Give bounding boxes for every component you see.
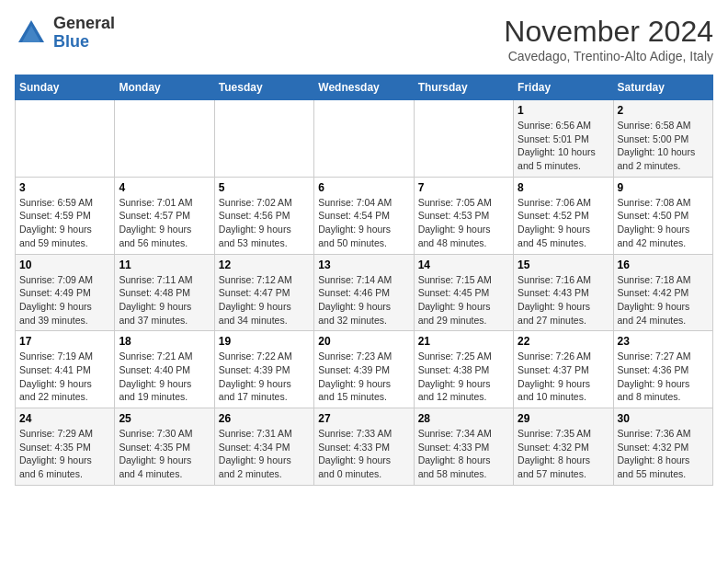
- day-info: Sunrise: 6:59 AM Sunset: 4:59 PM Dayligh…: [19, 196, 110, 250]
- day-info: Sunrise: 7:35 AM Sunset: 4:32 PM Dayligh…: [518, 427, 609, 481]
- day-info: Sunrise: 7:12 AM Sunset: 4:47 PM Dayligh…: [219, 273, 310, 327]
- day-info: Sunrise: 7:01 AM Sunset: 4:57 PM Dayligh…: [119, 196, 210, 250]
- calendar-cell: 29Sunrise: 7:35 AM Sunset: 4:32 PM Dayli…: [514, 408, 613, 486]
- calendar-cell: 28Sunrise: 7:34 AM Sunset: 4:33 PM Dayli…: [414, 408, 513, 486]
- day-info: Sunrise: 7:21 AM Sunset: 4:40 PM Dayligh…: [119, 350, 210, 404]
- calendar-cell: 24Sunrise: 7:29 AM Sunset: 4:35 PM Dayli…: [16, 408, 115, 486]
- calendar-cell: 10Sunrise: 7:09 AM Sunset: 4:49 PM Dayli…: [16, 254, 115, 331]
- day-info: Sunrise: 7:23 AM Sunset: 4:39 PM Dayligh…: [318, 350, 409, 404]
- calendar-week-row: 17Sunrise: 7:19 AM Sunset: 4:41 PM Dayli…: [16, 331, 713, 408]
- calendar-cell: 1Sunrise: 6:56 AM Sunset: 5:01 PM Daylig…: [514, 100, 613, 178]
- day-number: 15: [518, 259, 609, 271]
- col-header-sunday: Sunday: [16, 75, 115, 100]
- day-number: 3: [19, 181, 110, 194]
- calendar-cell: 23Sunrise: 7:27 AM Sunset: 4:36 PM Dayli…: [613, 331, 712, 408]
- col-header-saturday: Saturday: [613, 75, 712, 100]
- day-info: Sunrise: 6:56 AM Sunset: 5:01 PM Dayligh…: [518, 119, 609, 173]
- calendar-cell: 22Sunrise: 7:26 AM Sunset: 4:37 PM Dayli…: [514, 331, 613, 408]
- col-header-wednesday: Wednesday: [314, 75, 414, 100]
- calendar-cell: 26Sunrise: 7:31 AM Sunset: 4:34 PM Dayli…: [214, 408, 313, 486]
- day-number: 19: [219, 335, 310, 348]
- calendar-cell: 15Sunrise: 7:16 AM Sunset: 4:43 PM Dayli…: [514, 254, 613, 331]
- day-info: Sunrise: 7:18 AM Sunset: 4:42 PM Dayligh…: [618, 273, 709, 327]
- calendar-cell: 17Sunrise: 7:19 AM Sunset: 4:41 PM Dayli…: [16, 331, 115, 408]
- day-info: Sunrise: 7:11 AM Sunset: 4:48 PM Dayligh…: [119, 273, 210, 327]
- calendar-week-row: 1Sunrise: 6:56 AM Sunset: 5:01 PM Daylig…: [16, 100, 713, 178]
- day-info: Sunrise: 7:31 AM Sunset: 4:34 PM Dayligh…: [219, 427, 310, 481]
- day-info: Sunrise: 7:22 AM Sunset: 4:39 PM Dayligh…: [219, 350, 310, 404]
- day-info: Sunrise: 7:29 AM Sunset: 4:35 PM Dayligh…: [19, 427, 110, 481]
- logo: General Blue: [15, 15, 115, 52]
- day-number: 24: [19, 412, 110, 425]
- calendar-cell: 8Sunrise: 7:06 AM Sunset: 4:52 PM Daylig…: [514, 177, 613, 254]
- calendar-header-row: SundayMondayTuesdayWednesdayThursdayFrid…: [16, 75, 713, 100]
- day-number: 11: [119, 259, 210, 271]
- day-info: Sunrise: 7:16 AM Sunset: 4:43 PM Dayligh…: [518, 273, 609, 327]
- calendar-cell: 13Sunrise: 7:14 AM Sunset: 4:46 PM Dayli…: [314, 254, 414, 331]
- day-number: 18: [119, 335, 210, 348]
- day-number: 28: [418, 412, 509, 425]
- day-number: 13: [318, 259, 409, 271]
- logo-icon: [15, 17, 48, 50]
- day-number: 17: [19, 335, 110, 348]
- day-number: 6: [318, 181, 409, 194]
- day-number: 26: [219, 412, 310, 425]
- day-info: Sunrise: 7:15 AM Sunset: 4:45 PM Dayligh…: [418, 273, 509, 327]
- calendar-cell: 11Sunrise: 7:11 AM Sunset: 4:48 PM Dayli…: [115, 254, 214, 331]
- calendar-cell: 9Sunrise: 7:08 AM Sunset: 4:50 PM Daylig…: [613, 177, 712, 254]
- calendar-cell: [414, 100, 513, 178]
- day-number: 22: [518, 335, 609, 348]
- calendar-cell: [115, 100, 214, 178]
- day-number: 5: [219, 181, 310, 194]
- day-info: Sunrise: 7:33 AM Sunset: 4:33 PM Dayligh…: [318, 427, 409, 481]
- day-info: Sunrise: 7:14 AM Sunset: 4:46 PM Dayligh…: [318, 273, 409, 327]
- day-info: Sunrise: 7:05 AM Sunset: 4:53 PM Dayligh…: [418, 196, 509, 250]
- day-info: Sunrise: 7:34 AM Sunset: 4:33 PM Dayligh…: [418, 427, 509, 481]
- calendar-cell: 16Sunrise: 7:18 AM Sunset: 4:42 PM Dayli…: [613, 254, 712, 331]
- day-number: 25: [119, 412, 210, 425]
- calendar-cell: 27Sunrise: 7:33 AM Sunset: 4:33 PM Dayli…: [314, 408, 414, 486]
- day-number: 1: [518, 104, 609, 117]
- day-number: 4: [119, 181, 210, 194]
- calendar-cell: 25Sunrise: 7:30 AM Sunset: 4:35 PM Dayli…: [115, 408, 214, 486]
- day-number: 29: [518, 412, 609, 425]
- day-info: Sunrise: 7:25 AM Sunset: 4:38 PM Dayligh…: [418, 350, 509, 404]
- location: Cavedago, Trentino-Alto Adige, Italy: [504, 49, 713, 63]
- calendar-week-row: 24Sunrise: 7:29 AM Sunset: 4:35 PM Dayli…: [16, 408, 713, 486]
- day-number: 14: [418, 259, 509, 271]
- col-header-tuesday: Tuesday: [214, 75, 313, 100]
- day-number: 10: [19, 259, 110, 271]
- day-info: Sunrise: 7:08 AM Sunset: 4:50 PM Dayligh…: [618, 196, 709, 250]
- calendar-cell: 18Sunrise: 7:21 AM Sunset: 4:40 PM Dayli…: [115, 331, 214, 408]
- logo-text: General Blue: [53, 15, 115, 52]
- calendar-cell: [314, 100, 414, 178]
- day-info: Sunrise: 7:19 AM Sunset: 4:41 PM Dayligh…: [19, 350, 110, 404]
- calendar-cell: 3Sunrise: 6:59 AM Sunset: 4:59 PM Daylig…: [16, 177, 115, 254]
- calendar-cell: 21Sunrise: 7:25 AM Sunset: 4:38 PM Dayli…: [414, 331, 513, 408]
- day-number: 27: [318, 412, 409, 425]
- calendar-cell: 5Sunrise: 7:02 AM Sunset: 4:56 PM Daylig…: [214, 177, 313, 254]
- day-number: 16: [618, 259, 709, 271]
- day-number: 7: [418, 181, 509, 194]
- col-header-friday: Friday: [514, 75, 613, 100]
- day-info: Sunrise: 7:06 AM Sunset: 4:52 PM Dayligh…: [518, 196, 609, 250]
- calendar-table: SundayMondayTuesdayWednesdayThursdayFrid…: [15, 75, 713, 486]
- calendar-cell: 19Sunrise: 7:22 AM Sunset: 4:39 PM Dayli…: [214, 331, 313, 408]
- day-number: 23: [618, 335, 709, 348]
- day-number: 2: [618, 104, 709, 117]
- day-number: 30: [618, 412, 709, 425]
- calendar-body: 1Sunrise: 6:56 AM Sunset: 5:01 PM Daylig…: [16, 100, 713, 486]
- day-number: 12: [219, 259, 310, 271]
- calendar-cell: 7Sunrise: 7:05 AM Sunset: 4:53 PM Daylig…: [414, 177, 513, 254]
- col-header-thursday: Thursday: [414, 75, 513, 100]
- calendar-cell: 6Sunrise: 7:04 AM Sunset: 4:54 PM Daylig…: [314, 177, 414, 254]
- day-info: Sunrise: 7:09 AM Sunset: 4:49 PM Dayligh…: [19, 273, 110, 327]
- calendar-cell: 4Sunrise: 7:01 AM Sunset: 4:57 PM Daylig…: [115, 177, 214, 254]
- calendar-cell: 30Sunrise: 7:36 AM Sunset: 4:32 PM Dayli…: [613, 408, 712, 486]
- calendar-cell: [214, 100, 313, 178]
- calendar-cell: 12Sunrise: 7:12 AM Sunset: 4:47 PM Dayli…: [214, 254, 313, 331]
- calendar-cell: 2Sunrise: 6:58 AM Sunset: 5:00 PM Daylig…: [613, 100, 712, 178]
- day-number: 9: [618, 181, 709, 194]
- day-number: 20: [318, 335, 409, 348]
- day-number: 8: [518, 181, 609, 194]
